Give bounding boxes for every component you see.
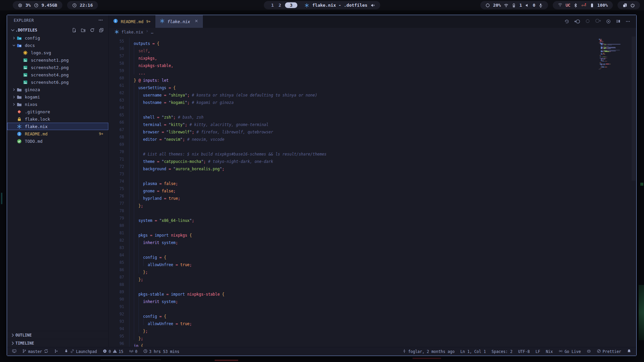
code-line[interactable]: 86};: [109, 266, 636, 274]
code-line[interactable]: 91: [109, 303, 636, 310]
code-line[interactable]: 77};: [109, 200, 636, 207]
code-line[interactable]: 72background = "aurora_borealis.png";: [109, 163, 636, 170]
statusbar-eol[interactable]: LF: [536, 349, 540, 354]
tree-item-docs[interactable]: docs: [7, 42, 108, 49]
statusbar-git-blame[interactable]: foglar, 2 months ago: [402, 349, 454, 354]
collapse-folders-icon[interactable]: [99, 28, 104, 33]
code-line[interactable]: 93allowUnfree = true;: [109, 318, 636, 325]
code-line[interactable]: 69: [109, 141, 636, 148]
code-line[interactable]: 60} @ inputs: let: [109, 74, 636, 82]
new-file-icon[interactable]: [72, 28, 76, 33]
brightness-icon[interactable]: [485, 3, 490, 8]
statusbar-prettier[interactable]: Prettier: [597, 349, 621, 354]
run-or-debug-icon[interactable]: [606, 19, 611, 24]
code-line[interactable]: 61userSettings = {: [109, 82, 636, 89]
tree-item-flake-lock[interactable]: flake.lock: [7, 115, 108, 123]
code-line[interactable]: 76hyprland = true;: [109, 192, 636, 200]
code-line[interactable]: 89pkgs-stable = import nixpkgs-stable {: [109, 288, 636, 296]
statusbar-launchpad[interactable]: Launchpad: [64, 349, 97, 354]
statusbar-encoding[interactable]: UTF-8: [518, 349, 530, 354]
split-editor-icon[interactable]: [616, 19, 621, 24]
workspace-root-row[interactable]: .DOTFILES: [7, 26, 108, 34]
statusbar-problems[interactable]: 015: [103, 349, 123, 354]
code-line[interactable]: 79system = "x86_64-linux";: [109, 215, 636, 222]
code-line[interactable]: 57nixpkgs,: [109, 52, 636, 60]
code-line[interactable]: 67browser = "librewolf"; # firefox, libr…: [109, 126, 636, 133]
moustache-tray-icon[interactable]: [581, 3, 587, 7]
tree-item--gitignore[interactable]: .gitignore: [7, 108, 108, 115]
statusbar-copilot[interactable]: [587, 349, 591, 354]
wifi-icon[interactable]: [504, 3, 508, 8]
code-line[interactable]: 55outputs = {: [109, 38, 636, 45]
workspace-1[interactable]: 1: [269, 3, 276, 8]
refresh-explorer-icon[interactable]: [90, 28, 95, 33]
tree-item-screenshot2-png[interactable]: screenshot2.png: [7, 64, 108, 71]
code-line[interactable]: 63hostname = "kogami"; # kogami or ginoz…: [109, 97, 636, 104]
code-line[interactable]: 84config = {: [109, 251, 636, 259]
code-line[interactable]: 68editor = "neovim"; # neovim, vscode: [109, 133, 636, 141]
code-line[interactable]: 87};: [109, 274, 636, 281]
code-line[interactable]: 83: [109, 244, 636, 251]
code-line[interactable]: 92config = {: [109, 310, 636, 318]
code-line[interactable]: 65shell = "zsh"; # bash, zsh: [109, 111, 636, 119]
tree-item-nixos[interactable]: nixos: [7, 101, 108, 108]
tab-readme-md[interactable]: README.md9+: [109, 15, 155, 28]
tree-item-logo-svg[interactable]: logo.svg: [7, 49, 108, 56]
code-line[interactable]: 85allowUnfree = true;: [109, 259, 636, 266]
minimap[interactable]: [598, 39, 627, 70]
outline-section[interactable]: OUTLINE: [7, 331, 108, 339]
code-line[interactable]: 74plasma = false;: [109, 178, 636, 185]
nav-circle-icon[interactable]: [585, 18, 590, 25]
tree-item-screenshot4-png[interactable]: screenshot4.png: [7, 71, 108, 78]
uc-tray-icon[interactable]: UC: [566, 3, 570, 8]
network-tray-icon[interactable]: [558, 2, 562, 8]
code-line[interactable]: 78: [109, 207, 636, 215]
code-line[interactable]: 81pkgs = import nixpkgs {: [109, 229, 636, 237]
statusbar-indentation[interactable]: Spaces: 2: [492, 349, 513, 354]
statusbar-language-mode[interactable]: Nix: [546, 349, 553, 354]
new-folder-icon[interactable]: [81, 28, 86, 33]
code-line[interactable]: 95};: [109, 333, 636, 340]
statusbar-git-branch[interactable]: master: [22, 349, 48, 354]
explorer-more-actions-icon[interactable]: [98, 18, 103, 23]
statusbar-git-graph[interactable]: [54, 349, 58, 354]
code-line[interactable]: 71theme = "catppuccin-mocha"; # tokyo-ni…: [109, 156, 636, 163]
tab-flake-nix[interactable]: flake.nix: [155, 15, 203, 28]
code-line[interactable]: 96in {: [109, 340, 636, 347]
editor-more-actions-icon[interactable]: [626, 19, 630, 24]
code-line[interactable]: 58nixpkgs-stable,: [109, 60, 636, 67]
timeline-section[interactable]: TIMELINE: [7, 339, 108, 347]
code-line[interactable]: 82inherit system;: [109, 237, 636, 244]
code-line[interactable]: 59...: [109, 67, 636, 74]
tree-item-flake-nix[interactable]: flake.nix: [7, 123, 108, 130]
code-line[interactable]: 70# List all themes: $ nix build nixpkgs…: [109, 148, 636, 156]
power-icon[interactable]: [630, 3, 635, 8]
editor-scrollbar[interactable]: [632, 37, 636, 181]
statusbar-remote-indicator[interactable]: [12, 349, 16, 354]
code-line[interactable]: 66terminal = "kitty"; # kitty, alacritty…: [109, 119, 636, 126]
microphone-icon[interactable]: [538, 3, 543, 8]
close-tab-icon[interactable]: [194, 19, 199, 24]
tree-item-screenshot1-png[interactable]: screenshot1.png: [7, 56, 108, 64]
statusbar-wakatime[interactable]: 3 hrs 53 mins: [143, 349, 179, 354]
tree-item-ginoza[interactable]: ginoza: [7, 86, 108, 93]
breadcrumb-file[interactable]: flake.nix: [121, 30, 143, 35]
speaker-icon[interactable]: [525, 3, 530, 8]
keyboard-battery-icon[interactable]: [512, 3, 516, 8]
clipboard-icon[interactable]: [623, 3, 627, 8]
code-line[interactable]: 80: [109, 222, 636, 229]
code-line[interactable]: 64: [109, 104, 636, 111]
tree-item-readme-md[interactable]: README.md9+: [7, 130, 108, 137]
code-line[interactable]: 90inherit system;: [109, 296, 636, 303]
volume-muted-icon[interactable]: [370, 3, 375, 8]
tree-item-screenshot6-png[interactable]: screenshot6.png: [7, 78, 108, 86]
statusbar-go-live[interactable]: Go Live: [558, 349, 581, 354]
code-line[interactable]: 56self,: [109, 45, 636, 52]
workspace-2[interactable]: 2: [276, 3, 283, 8]
workspace-3[interactable]: 3: [285, 2, 298, 8]
statusbar-notifications-bell[interactable]: [627, 349, 631, 354]
bluetooth-icon[interactable]: [573, 3, 578, 8]
navigate-back-icon[interactable]: [574, 19, 580, 24]
tree-item-kogami[interactable]: kogami: [7, 93, 108, 101]
tree-item-config[interactable]: config: [7, 34, 108, 42]
